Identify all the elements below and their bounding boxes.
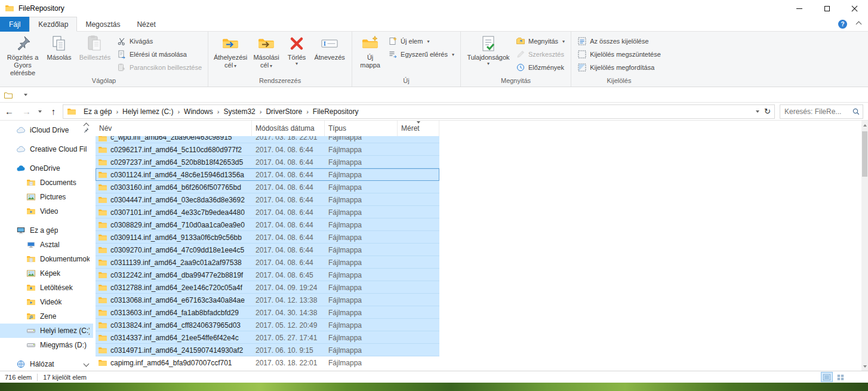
file-row[interactable]: c_wpd.inf_amd64_2ba90ef463c989152017. 03… xyxy=(96,136,439,143)
properties-button[interactable]: Tulajdonságok ▾ xyxy=(464,33,513,76)
new-item-button[interactable]: Új elem ▾ xyxy=(385,35,457,48)
file-row[interactable]: c0314337.inf_amd64_21ee54ffe6f42e4c2017.… xyxy=(96,331,439,344)
tab-megosztás[interactable]: Megosztás xyxy=(77,17,128,32)
sidebar-item-asztal[interactable]: Asztal xyxy=(0,238,93,252)
refresh-icon[interactable]: ↻ xyxy=(764,107,771,116)
file-type: Fájlmappa xyxy=(325,207,398,218)
file-row[interactable]: c0314971.inf_amd64_2415907414930af22017.… xyxy=(96,344,439,356)
sidebar-item-dokumentumok[interactable]: Dokumentumok xyxy=(0,252,93,266)
column-header-típus[interactable]: Típus xyxy=(325,121,398,136)
select-none-button[interactable]: Kijelölés megszüntetése xyxy=(574,48,664,61)
search-icon[interactable] xyxy=(852,107,860,116)
copy-button[interactable]: Másolás xyxy=(42,33,76,76)
file-row[interactable]: c0304447.inf_amd64_03ec8da36d8e36922017.… xyxy=(96,193,439,206)
sidebar-item-label: iCloud Drive xyxy=(30,126,69,134)
column-header-méret[interactable]: Méret xyxy=(398,121,439,136)
sidebar-item-ez-a-gép[interactable]: Ez a gép xyxy=(0,223,93,238)
invert-selection-button[interactable]: Kijelölés megfordítása xyxy=(574,61,664,74)
rename-button[interactable]: Átnevezés xyxy=(310,33,349,76)
new-folder-button[interactable]: Új mappa xyxy=(355,33,385,76)
delete-button[interactable]: Törlés ▾ xyxy=(283,33,310,76)
back-button[interactable]: ← xyxy=(1,104,17,119)
tab-nézet[interactable]: Nézet xyxy=(128,17,164,32)
sidebar-item-helyi-lemez-c[interactable]: Helyi lemez (C:) xyxy=(0,324,93,338)
large-icons-view-button[interactable] xyxy=(835,372,847,382)
breadcrumb-item-helyi-lemez-c[interactable]: Helyi lemez (C:) xyxy=(118,105,177,118)
minimize-button[interactable] xyxy=(786,0,813,17)
file-name: c0312788.inf_amd64_2ee146c720c05a4f xyxy=(110,282,252,294)
sidebar-item-képek[interactable]: Képek xyxy=(0,266,93,281)
file-row[interactable]: c0301124.inf_amd64_48c6e15946d1356a2017.… xyxy=(96,168,439,181)
recent-locations-icon[interactable] xyxy=(36,104,44,119)
address-box[interactable]: Ez a gép›Helyi lemez (C:)›Windows›System… xyxy=(63,104,775,119)
sidebar-item-icloud-drive[interactable]: iCloud Drive xyxy=(0,123,93,137)
sidebar-item-letöltések[interactable]: Letöltések xyxy=(0,281,93,295)
button-label: Elérési út másolása xyxy=(130,51,187,58)
sidebar-item-label: Asztal xyxy=(40,241,60,249)
file-row[interactable]: c0308829.inf_amd64_710d0aa1ca0ea9e02017.… xyxy=(96,218,439,231)
column-header-módosítás-dátuma[interactable]: Módosítás dátuma xyxy=(252,121,325,136)
file-row[interactable]: c0297237.inf_amd64_520b8b18f42653d52017.… xyxy=(96,156,439,168)
file-menu-button[interactable]: Fájl xyxy=(0,17,29,32)
scrollbar-thumb[interactable] xyxy=(862,131,867,177)
file-date: 2017. 04. 08. 6:44 xyxy=(252,194,325,206)
column-header-név[interactable]: Név xyxy=(96,121,252,136)
file-row[interactable]: c0313603.inf_amd64_fa1ab8bfadcbfd292017.… xyxy=(96,306,439,319)
breadcrumb-item-ez-a-gép[interactable]: Ez a gép xyxy=(79,105,116,118)
move-to-button[interactable]: Áthelyezési cél▾ xyxy=(211,33,250,76)
address-dropdown-icon[interactable] xyxy=(756,110,759,113)
file-row[interactable]: c0312788.inf_amd64_2ee146c720c05a4f2017.… xyxy=(96,281,439,294)
cut-button[interactable]: Kivágás xyxy=(114,35,205,48)
pin-to-quick-access-button[interactable]: Rögzítés a Gyors elérésbe xyxy=(3,33,42,76)
sidebar-item-pictures[interactable]: Pictures xyxy=(0,190,93,204)
titlebar: FileRepository xyxy=(0,0,868,17)
sidebar-item-videók[interactable]: Videók xyxy=(0,295,93,309)
quick-access-folder-icon[interactable] xyxy=(4,90,13,100)
help-icon[interactable]: ? xyxy=(838,20,847,29)
pictures-icon xyxy=(26,269,36,278)
file-row[interactable]: c0311139.inf_amd64_2aa9c01a2af975382017.… xyxy=(96,256,439,269)
breadcrumb-item-system32[interactable]: System32 xyxy=(219,105,259,118)
file-row[interactable]: c0313824.inf_amd64_cff8240637965d032017.… xyxy=(96,319,439,331)
maximize-button[interactable] xyxy=(813,0,841,17)
history-button[interactable]: Előzmények xyxy=(513,61,568,74)
file-row[interactable]: c0307101.inf_amd64_4e33c7b9edea44802017.… xyxy=(96,206,439,218)
file-row[interactable]: c0312242.inf_amd64_dba99477e2b8819f2017.… xyxy=(96,269,439,281)
scroll-up-icon[interactable] xyxy=(861,121,868,130)
breadcrumb-item-filerepository[interactable]: FileRepository xyxy=(309,105,363,118)
easy-access-button[interactable]: Egyszerű elérés ▾ xyxy=(385,48,457,61)
sidebar-item-video[interactable]: Video xyxy=(0,204,93,218)
address-bar: ← → ↑ Ez a gép›Helyi lemez (C:)›Windows›… xyxy=(0,103,868,121)
collapse-ribbon-icon[interactable] xyxy=(856,21,862,27)
copy-to-button[interactable]: Másolási cél▾ xyxy=(250,33,283,76)
sidebar-item-onedrive[interactable]: OneDrive xyxy=(0,161,93,176)
breadcrumb-item-driverstore[interactable]: DriverStore xyxy=(261,105,306,118)
file-row[interactable]: c0309114.inf_amd64_9133a0f6cb9c56bb2017.… xyxy=(96,231,439,244)
sidebar-item-creative-cloud-fil[interactable]: Creative Cloud Fil xyxy=(0,142,93,156)
vertical-scrollbar[interactable] xyxy=(861,121,868,371)
sidebar-item-hálózat[interactable]: Hálózat xyxy=(0,357,93,371)
select-all-button[interactable]: Az összes kijelölése xyxy=(574,35,664,48)
breadcrumb-item-windows[interactable]: Windows xyxy=(180,105,217,118)
sidebar-item-miegymás-d[interactable]: Miegymás (D:) xyxy=(0,338,93,352)
file-row[interactable]: c0309270.inf_amd64_47c09dd18e1ee4c52017.… xyxy=(96,244,439,256)
tab-kezdőlap[interactable]: Kezdőlap xyxy=(29,17,77,32)
sidebar-item-zene[interactable]: Zene xyxy=(0,309,93,324)
breadcrumb: Ez a gép›Helyi lemez (C:)›Windows›System… xyxy=(79,105,363,118)
scissors-icon xyxy=(117,36,127,46)
file-row[interactable]: capimg.inf_amd64_bfa9d07007ccf7012017. 0… xyxy=(96,356,439,369)
file-row[interactable]: c0303160.inf_amd64_b6f2606f507765bd2017.… xyxy=(96,181,439,193)
customize-quick-access-icon[interactable] xyxy=(24,94,27,96)
search-input[interactable] xyxy=(784,107,852,116)
scroll-down-icon[interactable] xyxy=(861,362,868,371)
copy-path-button[interactable]: Elérési út másolása xyxy=(114,48,205,61)
sidebar-item-documents[interactable]: Documents xyxy=(0,176,93,190)
open-button[interactable]: Megnyitás ▾ xyxy=(513,35,568,48)
button-label: Másolás xyxy=(47,54,72,61)
file-row[interactable]: c0296217.inf_amd64_5c110cd680d977f22017.… xyxy=(96,143,439,156)
close-button[interactable] xyxy=(841,0,868,17)
details-view-button[interactable] xyxy=(821,372,833,382)
window-folder-icon xyxy=(5,4,14,13)
up-button[interactable]: ↑ xyxy=(45,104,61,119)
file-row[interactable]: c0313068.inf_amd64_e67163c3a40a84ae2017.… xyxy=(96,294,439,306)
